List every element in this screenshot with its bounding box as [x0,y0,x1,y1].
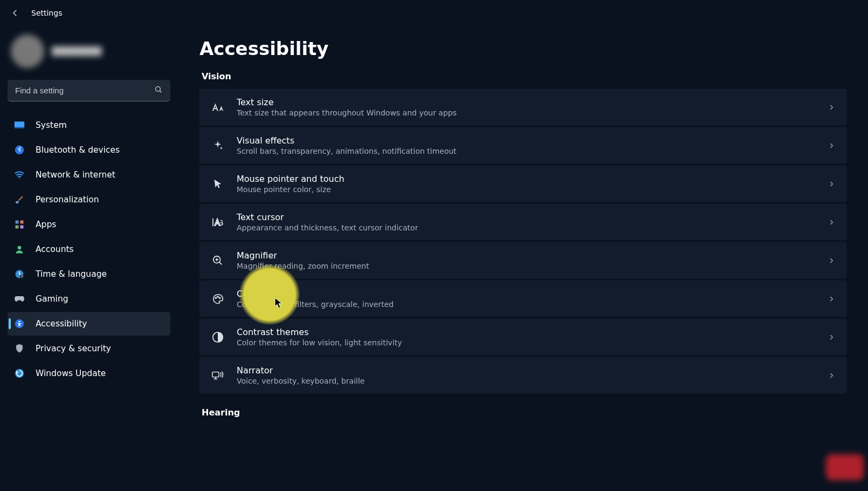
shield-icon [14,343,25,354]
svg-rect-9 [20,226,24,229]
nav-label: Personalization [36,195,99,204]
sidebar: ████████ System Bluetooth [0,26,178,491]
back-arrow-icon [10,8,20,18]
nav-bluetooth[interactable]: Bluetooth & devices [8,138,170,162]
card-title: Contrast themes [237,327,828,337]
nav-label: Accessibility [36,319,87,329]
person-icon [14,244,25,255]
profile-text: ████████ [52,46,101,56]
card-narrator[interactable]: Narrator Voice, verbosity, keyboard, bra… [199,357,846,393]
nav-privacy[interactable]: Privacy & security [8,337,170,360]
card-visual-effects[interactable]: Visual effects Scroll bars, transparency… [199,127,846,163]
svg-rect-8 [16,226,19,229]
narrator-icon [211,369,225,383]
card-title: Magnifier [237,250,828,261]
palette-icon [211,292,225,306]
card-sub: Magnifier reading, zoom increment [237,262,828,270]
nav-accessibility[interactable]: Accessibility [8,312,170,336]
card-title: Narrator [237,365,828,376]
svg-point-4 [19,178,20,179]
search-box[interactable] [8,80,170,101]
card-magnifier[interactable]: Magnifier Magnifier reading, zoom increm… [199,242,846,278]
card-title: Text size [237,97,828,107]
sparkle-icon [211,139,225,153]
paintbrush-icon [14,194,25,205]
titlebar: Settings [0,0,868,26]
card-sub: Voice, verbosity, keyboard, braille [237,377,828,385]
card-title: Color filters [237,289,828,299]
chevron-right-icon [828,333,835,341]
profile-area[interactable]: ████████ [8,32,170,70]
card-title: Mouse pointer and touch [237,174,828,184]
magnifier-icon [211,254,225,268]
nav-label: Time & language [36,269,107,279]
nav-label: Bluetooth & devices [36,145,120,155]
section-hearing: Hearing [202,407,846,418]
content-area: Accessibility Vision Text size Text size… [178,26,868,491]
nav-network[interactable]: Network & internet [8,163,170,187]
chevron-right-icon [828,219,835,226]
svg-point-10 [18,246,22,250]
card-text-size[interactable]: Text size Text size that appears through… [199,89,846,125]
card-mouse-pointer[interactable]: Mouse pointer and touch Mouse pointer co… [199,166,846,202]
nav-label: Network & internet [36,170,115,180]
svg-point-18 [215,297,216,298]
contrast-icon [211,330,225,344]
chevron-right-icon [828,104,835,111]
text-cursor-icon [211,215,225,229]
chevron-right-icon [828,257,835,264]
display-icon [14,120,25,131]
card-sub: Text size that appears throughout Window… [237,108,828,117]
svg-point-14 [19,320,20,322]
section-vision: Vision [202,71,846,81]
nav-personalization[interactable]: Personalization [8,188,170,212]
card-sub: Mouse pointer color, size [237,185,828,194]
page-title: Accessibility [199,38,846,59]
svg-rect-5 [16,201,18,203]
svg-rect-16 [212,218,213,226]
svg-point-20 [219,297,221,298]
nav-accounts[interactable]: Accounts [8,237,170,261]
search-input[interactable] [8,80,170,101]
svg-rect-7 [20,221,24,224]
svg-point-19 [217,296,218,297]
update-icon [14,368,25,379]
text-size-icon [211,100,225,114]
cursor-icon [211,177,225,191]
nav-label: Accounts [36,244,74,254]
svg-rect-22 [212,372,219,377]
nav-label: System [36,120,67,130]
gamepad-icon [14,294,25,304]
nav-list: System Bluetooth & devices Network & int… [8,113,170,385]
nav-label: Privacy & security [36,344,111,353]
svg-rect-2 [15,127,24,128]
card-sub: Scroll bars, transparency, animations, n… [237,147,828,155]
chevron-right-icon [828,295,835,303]
card-title: Visual effects [237,135,828,146]
bluetooth-icon [14,145,25,155]
card-sub: Color themes for low vision, light sensi… [237,338,828,347]
accessibility-icon [14,318,25,329]
back-button[interactable] [10,8,20,18]
svg-rect-1 [15,121,24,128]
card-sub: Colorblindness filters, grayscale, inver… [237,300,828,309]
chevron-right-icon [828,372,835,379]
card-color-filters[interactable]: Color filters Colorblindness filters, gr… [199,281,846,317]
clock-globe-icon [14,269,25,279]
card-text-cursor[interactable]: Text cursor Appearance and thickness, te… [199,204,846,240]
card-sub: Appearance and thickness, text cursor in… [237,223,828,232]
nav-label: Windows Update [36,369,106,378]
nav-system[interactable]: System [8,113,170,137]
chevron-right-icon [828,142,835,149]
avatar [11,35,44,68]
corner-badge [826,454,864,480]
nav-label: Gaming [36,294,68,304]
apps-icon [14,219,25,230]
card-title: Text cursor [237,212,828,222]
nav-update[interactable]: Windows Update [8,362,170,385]
card-contrast-themes[interactable]: Contrast themes Color themes for low vis… [199,319,846,355]
nav-apps[interactable]: Apps [8,213,170,236]
nav-gaming[interactable]: Gaming [8,287,170,311]
app-title: Settings [31,9,62,17]
nav-time[interactable]: Time & language [8,262,170,286]
